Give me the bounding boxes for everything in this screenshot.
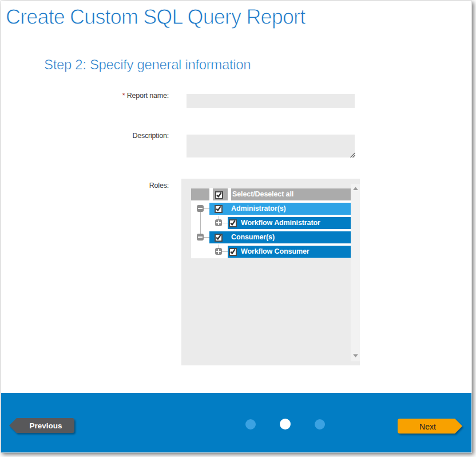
svg-text:Next: Next <box>419 422 436 431</box>
svg-text:Previous: Previous <box>29 421 62 430</box>
